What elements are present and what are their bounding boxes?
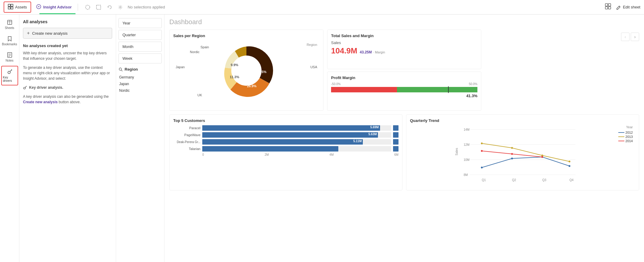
svg-line-26 — [121, 70, 122, 71]
sales-per-region-card: Sales per Region Region — [169, 30, 324, 111]
region-header-label: Region — [125, 67, 138, 72]
year-legend-title: Year — [626, 125, 633, 129]
margin-suffix: · Margin — [373, 50, 385, 54]
dashboard-content: Dashboard ‹ › Sales per Region Region — [164, 14, 644, 262]
region-germany[interactable]: Germany — [119, 74, 162, 81]
edit-sheet-button[interactable]: Edit sheet — [616, 5, 640, 10]
analysis-desc-3: A key driver analysis can also be genera… — [23, 94, 112, 105]
bar-track-pagewave: 5.63M — [202, 132, 391, 138]
legend-2013-line — [618, 136, 624, 137]
filter-quarter[interactable]: Quarter — [119, 30, 162, 40]
profit-percent: 41.3% — [331, 94, 477, 98]
bar-label-deak: Deak-Perera Gr... — [173, 140, 200, 144]
svg-rect-10 — [605, 7, 608, 9]
filter-week[interactable]: Week — [119, 53, 162, 63]
dashboard-title: Dashboard — [169, 18, 639, 26]
japan-label: Japan — [176, 65, 185, 69]
bar-value-paracel: 5.69M — [370, 126, 379, 129]
no-selections: No selections applied — [128, 5, 165, 9]
legend-2012-line — [618, 132, 624, 133]
bar-mini-paracel — [393, 125, 398, 131]
axis-2m: 2M — [265, 153, 269, 156]
donut-svg: 45.5% 26.9% 11.3% 9.9% — [173, 40, 320, 101]
bar-fill-paracel: 5.69M — [202, 125, 380, 131]
region-japan[interactable]: Japan — [119, 81, 162, 87]
legend-2013: 2013 — [618, 135, 633, 139]
bar-fill-talarian — [202, 146, 338, 152]
no-selections-label: No selections applied — [128, 5, 165, 9]
analysis-desc-key: Key driver analysis. — [23, 85, 112, 90]
bar-mini-talarian — [393, 146, 398, 152]
selection-tool-button[interactable] — [94, 2, 103, 12]
create-btn-label: Create new analysis — [32, 31, 67, 36]
svg-point-19 — [8, 71, 10, 74]
lasso-tool-button[interactable] — [83, 2, 93, 12]
region-legend-label: Region — [307, 43, 317, 46]
svg-point-50 — [511, 147, 513, 149]
assets-button[interactable]: Assets — [4, 2, 31, 13]
nav-right: Edit sheet — [605, 3, 640, 11]
bar-track-talarian — [202, 146, 391, 152]
analysis-desc-2: To generate a key driver analysis, use t… — [23, 65, 112, 81]
nav-tools — [83, 2, 125, 12]
svg-point-25 — [119, 68, 122, 70]
create-new-inline-link: Create new analysis — [23, 100, 58, 104]
sidebar-item-key-drivers[interactable]: Key drivers — [1, 66, 18, 85]
top5-customers-card: Top 5 Customers Paracel 5.69M PageWave — [169, 114, 402, 190]
bar-mini-pagewave — [393, 132, 398, 138]
search-icon — [119, 67, 123, 72]
panel-title: All analyses — [23, 19, 112, 24]
prev-arrow-button[interactable]: ‹ — [621, 33, 629, 41]
next-arrow-button[interactable]: › — [631, 33, 639, 41]
svg-rect-2 — [8, 7, 10, 9]
undo-button[interactable] — [105, 2, 114, 12]
top-right-placeholder — [485, 30, 639, 111]
margin-value: 43.25M — [360, 50, 372, 54]
bar-fill-pagewave: 5.63M — [202, 132, 378, 138]
sidebar-item-bookmarks[interactable]: Bookmarks — [1, 33, 18, 48]
top5-title: Top 5 Customers — [173, 118, 398, 123]
bar-chart: Paracel 5.69M PageWave 5.63M — [173, 125, 398, 152]
bottom-charts: Top 5 Customers Paracel 5.69M PageWave — [169, 114, 639, 190]
region-nordic[interactable]: Nordic — [119, 87, 162, 94]
insight-advisor-button[interactable]: Insight Advisor — [32, 2, 75, 12]
bar-fill-deak: 5.11M — [202, 139, 363, 145]
main-layout: Sheets Bookmarks Notes Key dr — [0, 14, 644, 262]
year-legend: 2012 2013 2014 — [618, 131, 633, 143]
sidebar-item-notes[interactable]: Notes — [1, 50, 18, 65]
filter-year[interactable]: Year — [119, 18, 162, 28]
usa-label: USA — [310, 65, 317, 69]
svg-text:10M: 10M — [464, 158, 470, 161]
profit-scale-min: -50.0% — [331, 82, 341, 86]
sales-value: 104.9M — [331, 46, 357, 56]
assets-label: Assets — [15, 5, 27, 9]
settings-button[interactable] — [115, 2, 125, 12]
uk-label: UK — [197, 93, 202, 97]
bar-value-deak: 5.11M — [353, 139, 362, 143]
profit-bar — [331, 87, 477, 92]
quarterly-chart-container: Year 2012 2013 2014 — [410, 125, 635, 187]
legend-2012: 2012 — [618, 131, 633, 134]
axis-6m: 6M — [394, 153, 398, 156]
sidebar-item-sheets[interactable]: Sheets — [1, 17, 18, 32]
donut-chart: Region — [173, 40, 320, 107]
profit-bar-red — [331, 87, 397, 92]
create-analysis-button[interactable]: + Create new analysis — [23, 28, 112, 39]
profit-margin-title: Profit Margin — [331, 75, 477, 80]
sidebar-icons: Sheets Bookmarks Notes Key dr — [0, 14, 19, 262]
bar-label-pagewave: PageWave — [173, 133, 200, 137]
year-legend-header: Year — [626, 125, 633, 129]
legend-2012-label: 2012 — [626, 131, 633, 134]
sidebar-notes-label: Notes — [5, 59, 13, 62]
edit-sheet-label: Edit sheet — [623, 5, 640, 9]
bar-row-paracel: Paracel 5.69M — [173, 125, 398, 131]
svg-point-55 — [542, 156, 543, 158]
filter-month[interactable]: Month — [119, 42, 162, 52]
grid-view-icon[interactable] — [605, 3, 611, 11]
nav-separator — [78, 4, 78, 11]
total-sales-card: Total Sales and Margin Sales 104.9M 43.2… — [327, 30, 481, 69]
quarterly-trend-card: Quarterly Trend Year 2012 2013 — [406, 114, 639, 190]
profit-bar-green — [397, 87, 477, 92]
profit-margin-card: Profit Margin -50.0% 50.0% 41.3% — [327, 72, 481, 111]
svg-rect-8 — [605, 4, 608, 6]
